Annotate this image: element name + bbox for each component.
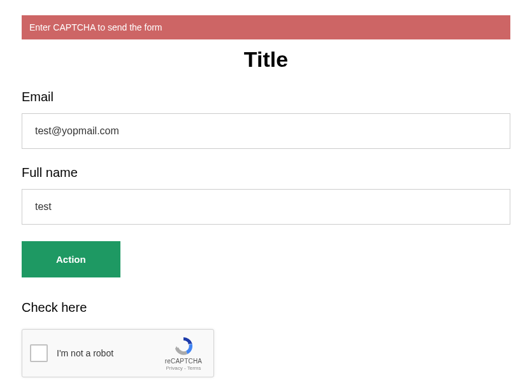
fullname-field[interactable] [22, 189, 510, 225]
fullname-label: Full name [22, 165, 510, 180]
page-title: Title [22, 47, 510, 72]
email-label: Email [22, 90, 510, 104]
captcha-label: Check here [22, 300, 510, 315]
email-field[interactable] [22, 113, 510, 149]
recaptcha-checkbox[interactable] [30, 344, 48, 362]
action-button[interactable]: Action [22, 241, 120, 277]
alert-banner: Enter CAPTCHA to send the form [22, 15, 510, 39]
fullname-group: Full name [22, 165, 510, 225]
recaptcha-branding: reCAPTCHA Privacy - Terms [161, 336, 206, 371]
recaptcha-icon [173, 336, 194, 356]
recaptcha-brand: reCAPTCHA [165, 358, 202, 365]
recaptcha-links[interactable]: Privacy - Terms [166, 365, 201, 371]
alert-message: Enter CAPTCHA to send the form [29, 22, 162, 32]
recaptcha-text: I'm not a robot [57, 348, 161, 358]
email-group: Email [22, 90, 510, 149]
recaptcha-widget: I'm not a robot reCAPTCHA Privacy - Term… [22, 329, 214, 377]
